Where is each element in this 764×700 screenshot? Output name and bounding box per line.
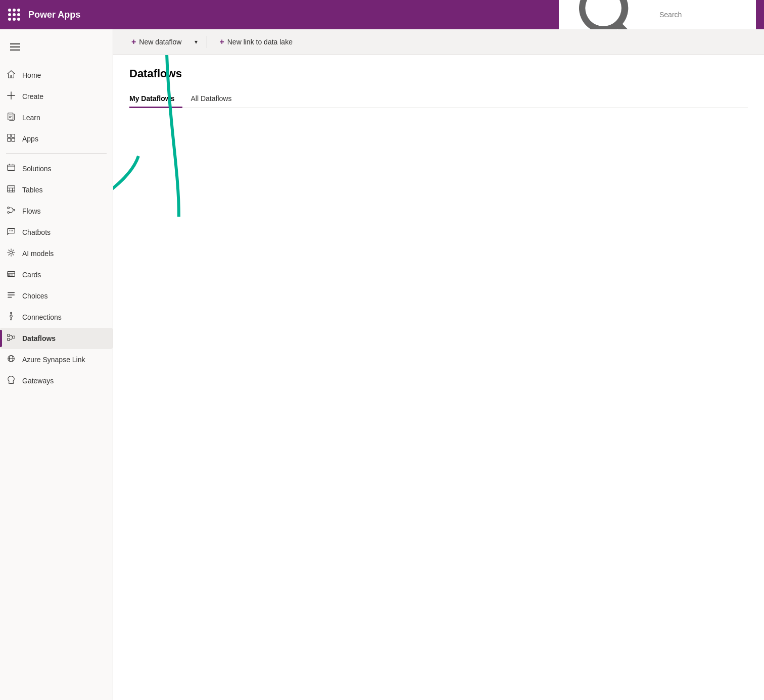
page-body: Dataflows My Dataflows All Dataflows [113,55,764,700]
sidebar-item-connections-label: Connections [22,313,62,321]
sidebar-item-azure-synapse-label: Azure Synapse Link [22,356,85,364]
sidebar-item-chatbots-label: Chatbots [22,228,51,236]
sidebar-item-cards[interactable]: Cards [0,264,113,285]
toolbar: + New dataflow ▾ + New link to data lake [113,29,764,55]
sidebar-item-solutions-label: Solutions [22,165,52,173]
tabs: My Dataflows All Dataflows [129,90,748,108]
table-icon [6,184,16,195]
sidebar-item-tables-label: Tables [22,186,42,194]
svg-point-8 [13,209,15,211]
svg-rect-4 [12,138,15,141]
sidebar-item-learn[interactable]: Learn [0,107,113,128]
svg-rect-22 [13,336,15,338]
new-link-label: New link to data lake [227,38,293,46]
annotation-arrows [113,55,764,257]
flows-icon [6,206,16,217]
azure-icon [6,354,16,365]
sidebar-item-gateways[interactable]: Gateways [0,370,113,391]
dataflows-icon [6,333,16,344]
svg-rect-21 [8,338,10,341]
connections-icon [6,312,16,323]
sidebar-item-choices-label: Choices [22,292,48,300]
main-content: + New dataflow ▾ + New link to data lake… [113,29,764,700]
sidebar-item-ai-models[interactable]: AI models [0,243,113,264]
svg-rect-6 [8,186,15,192]
sidebar-item-azure-synapse[interactable]: Azure Synapse Link [0,349,113,370]
sidebar-item-solutions[interactable]: Solutions [0,158,113,179]
svg-rect-0 [8,113,13,120]
tab-all-dataflows[interactable]: All Dataflows [182,90,240,108]
sidebar-item-gateways-label: Gateways [22,377,54,385]
svg-point-17 [10,315,13,318]
svg-rect-20 [8,334,10,337]
chatbot-icon [6,227,16,238]
sidebar-item-ai-models-label: AI models [22,249,54,258]
tab-my-dataflows[interactable]: My Dataflows [129,90,182,108]
create-icon [6,91,16,102]
sidebar-item-chatbots[interactable]: Chatbots [0,222,113,243]
app-title: Power Apps [28,10,551,20]
search-input[interactable] [659,11,750,19]
sidebar-item-choices[interactable]: Choices [0,285,113,307]
sidebar-item-flows-label: Flows [22,207,41,215]
ai-icon [6,248,16,259]
svg-point-11 [11,230,12,231]
svg-point-15 [8,274,10,276]
new-dataflow-label: New dataflow [139,38,181,46]
svg-point-10 [9,230,10,231]
svg-point-7 [8,207,10,209]
sidebar-item-flows[interactable]: Flows [0,201,113,222]
sidebar-item-connections[interactable]: Connections [0,307,113,328]
new-dataflow-plus-icon: + [131,37,136,46]
sidebar-item-apps[interactable]: Apps [0,128,113,149]
new-link-button[interactable]: + New link to data lake [213,34,299,49]
book-icon [6,112,16,123]
sidebar-item-learn-label: Learn [22,114,40,122]
svg-rect-16 [10,275,13,275]
sidebar-item-home-label: Home [22,71,41,79]
svg-rect-2 [12,134,15,137]
sidebar-item-create[interactable]: Create [0,86,113,107]
svg-rect-1 [8,134,11,137]
svg-rect-3 [8,138,11,141]
apps-icon [6,133,16,144]
gateways-icon [6,375,16,386]
sidebar-item-tables[interactable]: Tables [0,179,113,201]
svg-point-12 [12,230,13,231]
new-dataflow-button[interactable]: + New dataflow [125,34,187,49]
sidebar-item-dataflows-label: Dataflows [22,334,56,342]
sidebar: Home Create Learn [0,29,113,700]
new-dataflow-dropdown-chevron[interactable]: ▾ [192,35,201,48]
app-header: Power Apps [0,0,764,29]
svg-point-19 [11,319,12,320]
cards-icon [6,269,16,280]
sidebar-item-dataflows[interactable]: Dataflows [0,328,113,349]
svg-point-18 [11,312,12,314]
svg-point-9 [8,212,10,214]
svg-rect-5 [8,165,15,171]
new-link-plus-icon: + [219,37,224,46]
hamburger-button[interactable] [4,35,109,59]
page-title: Dataflows [129,67,748,80]
sidebar-divider-1 [6,154,107,154]
sidebar-item-create-label: Create [22,92,43,101]
waffle-icon[interactable] [8,9,20,21]
solutions-icon [6,163,16,174]
sidebar-item-cards-label: Cards [22,271,41,279]
toolbar-divider [207,36,207,48]
sidebar-item-home[interactable]: Home [0,65,113,86]
svg-point-13 [10,251,12,254]
sidebar-item-apps-label: Apps [22,135,38,143]
home-icon [6,70,16,81]
choices-icon [6,290,16,302]
